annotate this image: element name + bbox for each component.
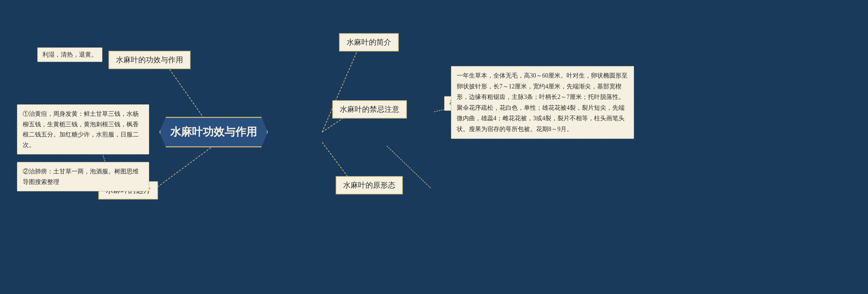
branch-jianjie: 水麻叶的简介 (339, 33, 399, 51)
svg-line-5 (322, 46, 359, 132)
leaf-yuanxingtai-detail: 一年生草本，全体无毛，高30～60厘米。叶对生，卵状椭圆形至卵状披针形，长7～1… (451, 66, 634, 139)
branch-jinjizhuyi: 水麻叶的禁忌注意 (332, 100, 407, 119)
leaf-zhihuangdan: ①治黄疸，周身发黄：鲜土甘草三钱，水杨柳五钱，生黄栀三钱，黄泡刺根三钱，枫香根二… (17, 104, 149, 154)
mind-map: 水麻叶功效与作用 水麻叶的功效与作用 水麻叶的选方 利湿，清热，退黄。 ①治黄疸… (0, 0, 868, 294)
branch-gongxiao: 水麻叶的功效与作用 (108, 51, 191, 69)
center-node: 水麻叶功效与作用 (159, 117, 268, 147)
svg-line-1 (149, 146, 214, 193)
leaf-lishi: 利湿，清热，退黄。 (37, 47, 102, 62)
branch-yuanxingtai: 水麻叶的原形态 (336, 176, 403, 194)
leaf-zhifeila: ②治肺痨：土甘草一两，泡酒服。树图思维导图搜索整理 (17, 162, 149, 191)
